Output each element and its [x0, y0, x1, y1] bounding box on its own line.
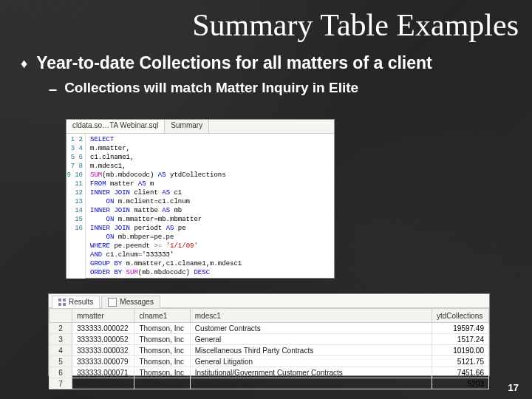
- results-tab-label: Results: [69, 298, 93, 306]
- sub-bullet-1: – Collections will match Matter Inquiry …: [0, 74, 532, 98]
- table-header-row: mmatter clname1 mdesc1 ytdCollections: [50, 309, 489, 323]
- results-table: mmatter clname1 mdesc1 ytdCollections 23…: [49, 308, 489, 389]
- results-tab[interactable]: Results: [52, 296, 100, 308]
- sql-code[interactable]: SELECT m.mmatter, c1.clname1, m.mdesc1, …: [86, 134, 334, 279]
- dash-icon: –: [49, 80, 57, 98]
- messages-tab-label: Messages: [120, 298, 154, 306]
- slide-title: Summary Table Examples: [0, 0, 532, 43]
- grid-icon: [58, 299, 66, 306]
- table-row[interactable]: 5333333.000079Thomson, IncGeneral Litiga…: [50, 356, 489, 367]
- table-row[interactable]: 4333333.000032Thomson, IncMiscellaneous …: [50, 345, 489, 356]
- col-ytdcollections: ytdCollections: [432, 309, 488, 323]
- diamond-icon: ♦: [21, 53, 27, 74]
- message-icon: [108, 298, 117, 307]
- sql-editor: cldata.so…TA Webinar.sql Summary 1 2 3 4…: [66, 120, 334, 278]
- line-gutter: 1 2 3 4 5 6 7 8 9 10 11 12 13 14 15 16: [66, 134, 86, 279]
- col-rownum: [50, 309, 72, 323]
- table-row[interactable]: 6333333.000071Thomson, IncInstitutional/…: [50, 367, 489, 378]
- col-mmatter: mmatter: [72, 309, 134, 323]
- bullet-1: ♦ Year-to-date Collections for all matte…: [0, 43, 532, 74]
- sql-tab-file[interactable]: cldata.so…TA Webinar.sql: [66, 120, 165, 133]
- col-mdesc1: mdesc1: [190, 309, 432, 323]
- sub-bullet-1-text: Collections will match Matter Inquiry in…: [64, 80, 358, 96]
- bullet-1-text: Year-to-date Collections for all matters…: [36, 53, 432, 73]
- messages-tab[interactable]: Messages: [101, 296, 160, 308]
- sql-tab-summary[interactable]: Summary: [165, 120, 209, 133]
- sql-tab-bar: cldata.so…TA Webinar.sql Summary: [66, 120, 334, 134]
- col-clname1: clname1: [134, 309, 190, 323]
- page-number: 17: [508, 382, 519, 393]
- table-row[interactable]: 7333333.000191Thomson, IncEmployment Mat…: [50, 378, 489, 389]
- sql-code-area: 1 2 3 4 5 6 7 8 9 10 11 12 13 14 15 16 S…: [66, 134, 334, 279]
- results-pane: Results Messages mmatter clname1 mdesc1 …: [49, 294, 489, 375]
- table-row[interactable]: 3333333.000052Thomson, IncGeneral1517.24: [50, 334, 489, 345]
- results-tab-bar: Results Messages: [49, 294, 489, 308]
- table-row[interactable]: 2333333.000022Thomson, IncCustomer Contr…: [50, 323, 489, 334]
